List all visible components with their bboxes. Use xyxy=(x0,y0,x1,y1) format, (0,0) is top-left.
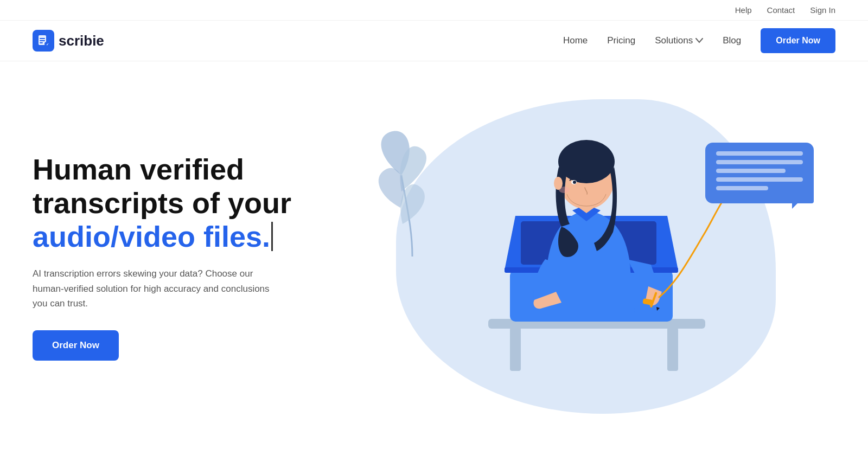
cursor-blink xyxy=(271,222,273,251)
logo-icon: ✓ xyxy=(33,30,54,52)
svg-point-20 xyxy=(573,181,576,184)
leaf-decoration xyxy=(369,121,456,262)
svg-rect-8 xyxy=(667,328,678,371)
nav-home[interactable]: Home xyxy=(563,35,588,46)
chat-line-3 xyxy=(716,169,786,173)
order-now-hero-button[interactable]: Order Now xyxy=(33,330,119,361)
order-now-nav-button[interactable]: Order Now xyxy=(761,28,835,53)
svg-rect-3 xyxy=(40,42,43,43)
nav-solutions[interactable]: Solutions xyxy=(655,35,703,46)
main-nav: ✓ scribie Home Pricing Solutions Blog Or… xyxy=(0,21,868,61)
svg-rect-7 xyxy=(510,328,521,371)
help-link[interactable]: Help xyxy=(735,5,752,15)
hero-right xyxy=(336,99,835,414)
hero-left: Human verified transcripts of your audio… xyxy=(33,152,336,361)
svg-rect-2 xyxy=(40,40,45,41)
hero-heading-line3: audio/video files. xyxy=(33,220,270,253)
nav-pricing[interactable]: Pricing xyxy=(607,35,635,46)
contact-link[interactable]: Contact xyxy=(767,5,795,15)
hero-section: Human verified transcripts of your audio… xyxy=(0,61,868,441)
top-utility-bar: Help Contact Sign In xyxy=(0,0,868,21)
chat-bubble xyxy=(705,143,814,203)
hero-heading-line1: Human verified xyxy=(33,152,336,186)
nav-blog[interactable]: Blog xyxy=(723,35,741,46)
svg-point-22 xyxy=(554,177,563,190)
chat-line-2 xyxy=(716,160,803,164)
sign-in-link[interactable]: Sign In xyxy=(810,5,835,15)
hero-heading-line2: transcripts of your xyxy=(33,186,336,220)
hero-subtext: AI transcription errors skewing your dat… xyxy=(33,266,282,311)
chat-line-4 xyxy=(716,177,803,182)
svg-rect-1 xyxy=(40,38,45,39)
chevron-down-icon xyxy=(695,35,703,46)
chat-tail xyxy=(792,198,803,209)
logo-text: scribie xyxy=(59,33,104,49)
nav-links: Home Pricing Solutions Blog Order Now xyxy=(563,28,835,53)
chat-line-5 xyxy=(716,186,768,190)
logo[interactable]: ✓ scribie xyxy=(33,30,104,52)
chat-line-1 xyxy=(716,151,803,156)
svg-text:✓: ✓ xyxy=(46,43,49,46)
svg-point-18 xyxy=(558,140,615,183)
